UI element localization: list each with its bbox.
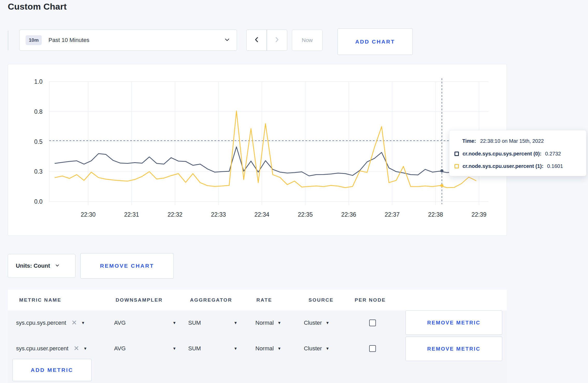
caret-down-icon: ▼ [277,321,281,325]
clear-metric-icon[interactable]: ✕ [71,319,77,327]
chevron-right-icon [274,36,280,44]
downsampler-value: AVG [114,345,126,352]
tooltip-series-name: cr.node.sys.cpu.sys.percent (0): [463,151,542,157]
now-button[interactable]: Now [292,30,323,51]
page-title: Custom Chart [8,2,67,12]
aggregator-dropdown[interactable]: SUM ▼ [188,310,237,335]
metric-name-dropdown[interactable]: sys.cpu.user.percent ✕ ▼ [16,336,87,361]
rate-value: Normal [255,320,274,326]
next-time-button[interactable] [267,30,287,51]
timescale-label: Past 10 Minutes [48,37,89,44]
prev-time-button[interactable] [247,30,267,51]
per-node-cell [369,336,376,361]
timescale-dropdown[interactable]: 10m Past 10 Minutes [19,30,237,51]
metric-name-value: sys.cpu.sys.percent [16,320,66,326]
aggregator-value: SUM [188,345,201,352]
remove-chart-button[interactable]: REMOVE CHART [80,253,174,279]
clear-metric-icon[interactable]: ✕ [74,344,79,352]
source-value: Cluster [304,320,322,326]
per-node-checkbox[interactable] [369,345,376,352]
tooltip-series-row: cr.node.sys.cpu.user.percent (1): 0.1601 [454,163,581,169]
chevron-down-icon [224,36,230,44]
add-metric-button[interactable]: ADD METRIC [12,359,92,381]
caret-down-icon: ▼ [83,346,87,351]
aggregator-dropdown[interactable]: SUM ▼ [188,336,237,361]
units-dropdown[interactable]: Units: Count [8,254,75,278]
caret-down-icon: ▼ [234,346,237,351]
toolbar-divider [8,31,8,50]
downsampler-dropdown[interactable]: AVG ▼ [114,336,176,361]
column-header-downsampler: DOWNSAMPLER [116,290,163,310]
chevron-down-icon [55,263,60,269]
metric-row: sys.cpu.sys.percent ✕ ▼ AVG ▼ SUM ▼ Norm… [8,310,507,335]
rate-value: Normal [255,345,274,352]
chevron-left-icon [253,36,260,44]
column-header-rate: RATE [256,290,272,310]
per-node-checkbox[interactable] [369,320,376,326]
tooltip-series-value: 0.2732 [545,151,561,157]
metric-name-dropdown[interactable]: sys.cpu.sys.percent ✕ ▼ [16,310,85,335]
caret-down-icon: ▼ [234,321,237,325]
add-chart-button[interactable]: ADD CHART [338,29,413,55]
tooltip-time-row: Time: 22:38:10 on Mar 15th, 2022 [454,138,581,144]
tooltip-time-label: Time: [462,138,476,144]
column-header-per-node: PER NODE [355,290,386,310]
remove-metric-button[interactable]: REMOVE METRIC [405,337,502,361]
rate-dropdown[interactable]: Normal ▼ [255,310,281,335]
time-pager [246,30,287,51]
aggregator-value: SUM [188,320,201,326]
metric-row: sys.cpu.user.percent ✕ ▼ AVG ▼ SUM ▼ Nor… [8,336,507,361]
caret-down-icon: ▼ [172,346,176,351]
caret-down-icon: ▼ [326,346,330,351]
tooltip-time-value: 22:38:10 on Mar 15th, 2022 [480,138,544,144]
chart-panel [8,64,507,236]
tooltip-series-value: 0.1601 [547,163,563,169]
column-header-metric-name: METRIC NAME [19,290,61,310]
downsampler-dropdown[interactable]: AVG ▼ [114,310,176,335]
caret-down-icon: ▼ [81,321,85,325]
column-header-aggregator: AGGREGATOR [190,290,232,310]
metric-name-value: sys.cpu.user.percent [16,345,68,352]
tooltip-series-row: cr.node.sys.cpu.sys.percent (0): 0.2732 [454,151,581,157]
caret-down-icon: ▼ [172,321,176,325]
remove-metric-button[interactable]: REMOVE METRIC [405,310,502,335]
caret-down-icon: ▼ [277,346,281,351]
tooltip-series-name: cr.node.sys.cpu.user.percent (1): [463,163,543,169]
downsampler-value: AVG [114,320,126,326]
source-dropdown[interactable]: Cluster ▼ [304,310,330,335]
timescale-badge: 10m [26,35,42,45]
user-series-swatch-icon [454,164,459,168]
chart-tooltip: Time: 22:38:10 on Mar 15th, 2022 cr.node… [449,130,586,176]
source-value: Cluster [304,345,322,352]
units-label: Units: Count [16,263,50,269]
caret-down-icon: ▼ [326,321,330,325]
rate-dropdown[interactable]: Normal ▼ [255,336,281,361]
metrics-table-header: METRIC NAME DOWNSAMPLER AGGREGATOR RATE … [8,290,507,310]
source-dropdown[interactable]: Cluster ▼ [304,336,330,361]
column-header-source: SOURCE [309,290,334,310]
per-node-cell [369,310,376,335]
sys-series-swatch-icon [454,152,459,156]
